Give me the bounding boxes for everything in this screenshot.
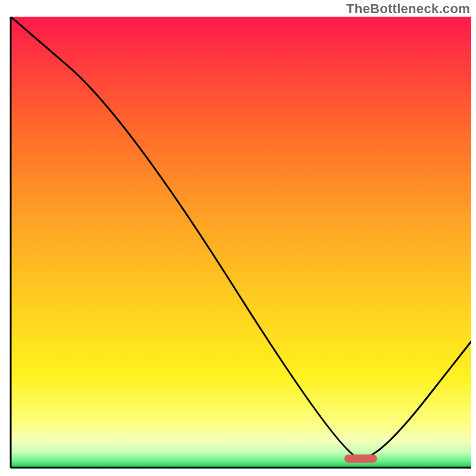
chart-svg xyxy=(0,0,476,476)
optimal-marker xyxy=(345,455,377,463)
gradient-background xyxy=(11,17,471,468)
bottleneck-chart: TheBottleneck.com xyxy=(0,0,476,476)
watermark-label: TheBottleneck.com xyxy=(346,1,470,17)
